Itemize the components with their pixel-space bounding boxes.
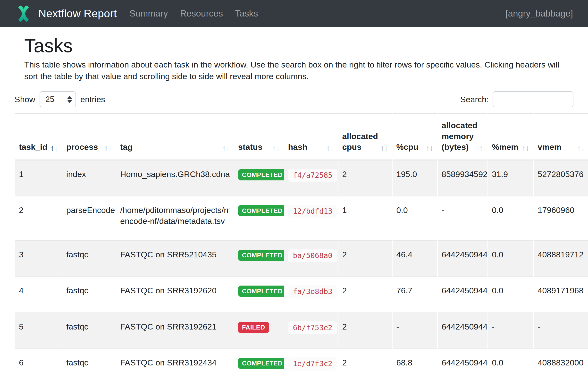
cell-allocated_memory_bytes: 6442450944 [438, 312, 487, 349]
page-description: This table shows information about each … [24, 59, 565, 82]
hash-value: 1e/d7f3c2 [288, 357, 337, 371]
column-label: vmem [538, 142, 562, 152]
column-header-tag[interactable]: tag ↑↓ [116, 113, 234, 160]
sort-asc-icon: ↑ [326, 144, 330, 152]
cell-pct_mem: - [488, 312, 533, 349]
column-header-status[interactable]: status ↑↓ [234, 113, 284, 160]
sort-desc-icon: ↓ [54, 144, 58, 152]
cell-task_id: 1 [15, 160, 62, 196]
sort-icons: ↑↓ [222, 144, 230, 152]
table-controls: Show 25 entries Search: [15, 91, 573, 107]
nav-link-summary[interactable]: Summary [129, 9, 168, 19]
cell-hash: 6b/f753e2 [284, 312, 338, 349]
column-label: allocated cpus [342, 131, 379, 152]
cell-allocated_cpus: 2 [338, 312, 392, 349]
main-content: Tasks This table shows information about… [0, 27, 588, 372]
nav-link-tasks[interactable]: Tasks [235, 9, 258, 19]
cell-allocated_cpus: 2 [338, 240, 392, 276]
sort-icons: ↑↓ [105, 144, 112, 152]
column-header-vmem[interactable]: vmem ↑↓ [534, 113, 588, 160]
cell-process: fastqc [63, 312, 116, 349]
sort-asc-icon: ↑ [273, 144, 276, 152]
cell-vmem: 4088819712 [534, 240, 588, 276]
page-size-select[interactable]: 25 [40, 91, 76, 107]
search-input[interactable] [493, 91, 573, 107]
sort-desc-icon: ↓ [483, 144, 487, 152]
search-control: Search: [460, 91, 573, 107]
cell-status: COMPLETED [234, 349, 284, 372]
cell-allocated_cpus: 2 [338, 276, 392, 312]
hash-value: ba/5068a0 [288, 249, 337, 263]
sort-icons: ↑↓ [577, 144, 585, 152]
cell-hash: ba/5068a0 [284, 240, 338, 276]
cell-tag: /home/pditommaso/projects/rnaseq-encode-… [116, 196, 234, 240]
cell-status: COMPLETED [234, 240, 284, 276]
sort-asc-icon: ↑ [51, 144, 54, 152]
sort-asc-icon: ↑ [222, 144, 226, 152]
hash-value: 6b/f753e2 [288, 321, 337, 335]
sort-desc-icon: ↓ [330, 144, 334, 152]
status-badge: COMPLETED [238, 169, 284, 181]
column-header-pct_mem[interactable]: %mem ↑↓ [488, 113, 533, 160]
sort-icons: ↑↓ [522, 144, 529, 152]
column-header-allocated_cpus[interactable]: allocated cpus ↑↓ [338, 113, 392, 160]
column-label: hash [288, 142, 307, 152]
cell-vmem: 17960960 [534, 196, 588, 240]
nav-link-resources[interactable]: Resources [180, 9, 223, 19]
status-badge: COMPLETED [238, 205, 284, 216]
cell-tag: Homo_sapiens.GRCh38.cdna.all.fa.gz [116, 160, 234, 196]
table-row: 1 index Homo_sapiens.GRCh38.cdna.all.fa.… [15, 160, 588, 196]
cell-process: fastqc [63, 240, 116, 276]
hash-value: 12/bdfd13 [288, 205, 337, 218]
column-header-task_id[interactable]: task_id ↑↓ [15, 113, 62, 160]
run-name: [angry_babbage] [505, 9, 573, 19]
cell-task_id: 4 [15, 276, 62, 312]
table-row: 6 fastqc FASTQC on SRR3192434 COMPLETED … [15, 349, 588, 372]
sort-desc-icon: ↓ [430, 144, 434, 152]
column-header-process[interactable]: process ↑↓ [63, 113, 116, 160]
cell-process: fastqc [63, 349, 116, 372]
page-size-value: 25 [45, 95, 67, 104]
cell-pct_cpu: 46.4 [393, 240, 438, 276]
sort-asc-icon: ↑ [522, 144, 526, 152]
column-label: %mem [492, 142, 519, 152]
page-title: Tasks [24, 35, 573, 56]
status-badge: COMPLETED [238, 250, 284, 261]
tasks-table: task_id ↑↓ process ↑↓ tag ↑↓ status ↑↓ h… [15, 113, 588, 372]
column-header-hash[interactable]: hash ↑↓ [284, 113, 338, 160]
tasks-table-wrapper[interactable]: task_id ↑↓ process ↑↓ tag ↑↓ status ↑↓ h… [15, 113, 588, 372]
cell-task_id: 5 [15, 312, 62, 349]
cell-pct_mem: 0.0 [488, 276, 533, 312]
cell-status: COMPLETED [234, 160, 284, 196]
page-length-control: Show 25 entries [15, 91, 105, 107]
cell-task_id: 3 [15, 240, 62, 276]
table-row: 4 fastqc FASTQC on SRR3192620 COMPLETED … [15, 276, 588, 312]
sort-asc-icon: ↑ [381, 144, 385, 152]
column-label: allocated memory (bytes) [441, 120, 477, 152]
column-header-allocated_memory_bytes[interactable]: allocated memory (bytes) ↑↓ [438, 113, 487, 160]
column-label: task_id [19, 142, 47, 152]
navbar: Nextflow Report Summary Resources Tasks … [0, 0, 588, 27]
cell-status: COMPLETED [234, 276, 284, 312]
column-label: %cpu [397, 142, 419, 152]
cell-allocated_cpus: 1 [338, 196, 392, 240]
sort-icons: ↑↓ [51, 144, 58, 152]
navbar-brand[interactable]: Nextflow Report [15, 6, 117, 21]
column-header-pct_cpu[interactable]: %cpu ↑↓ [393, 113, 438, 160]
app-title: Nextflow Report [38, 7, 117, 20]
cell-allocated_memory_bytes: 6442450944 [438, 240, 487, 276]
cell-pct_mem: 0.0 [488, 196, 533, 240]
cell-allocated_cpus: 2 [338, 160, 392, 196]
cell-hash: f4/a72585 [284, 160, 338, 196]
cell-task_id: 6 [15, 349, 62, 372]
sort-desc-icon: ↓ [581, 144, 585, 152]
cell-vmem: 5272805376 [534, 160, 588, 196]
cell-tag: FASTQC on SRR5210435 [116, 240, 234, 276]
table-header-row: task_id ↑↓ process ↑↓ tag ↑↓ status ↑↓ h… [15, 113, 588, 160]
cell-allocated_memory_bytes: 8589934592 [438, 160, 487, 196]
sort-desc-icon: ↓ [108, 144, 112, 152]
cell-tag: FASTQC on SRR3192434 [116, 349, 234, 372]
sort-desc-icon: ↓ [226, 144, 230, 152]
cell-vmem: 4088832000 [534, 349, 588, 372]
column-label: status [238, 142, 262, 152]
